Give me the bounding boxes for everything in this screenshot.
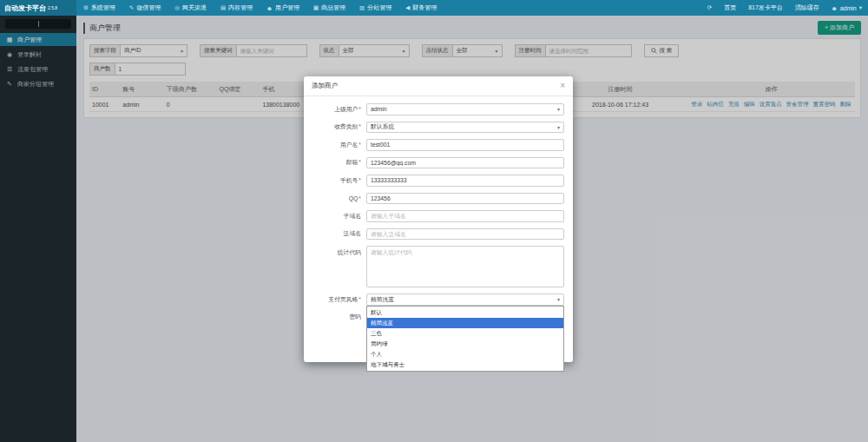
nav-platform-label: 817发卡平台 <box>748 3 783 12</box>
field-label: 泛域名 <box>312 229 366 238</box>
users-icon: ☻ <box>266 5 273 11</box>
wechat-icon: ✎ <box>129 4 134 11</box>
nav-home-label: 首页 <box>724 3 736 12</box>
parent-user-value: admin <box>371 106 387 112</box>
email-input[interactable] <box>366 157 564 169</box>
stat-code-textarea[interactable] <box>366 246 564 287</box>
dropdown-option-default[interactable]: 默认 <box>367 307 563 318</box>
nav-item-finance[interactable]: ◀ 财务管理 <box>398 0 444 16</box>
field-subdomain: 子域名 <box>312 210 564 222</box>
nav-item-goods[interactable]: ▦ 商品管理 <box>306 0 352 16</box>
field-fee-category: 收费类别* 默认系统 <box>312 122 564 134</box>
nav-item-users[interactable]: ☻ 用户管理 <box>260 0 306 16</box>
field-phone: 手机号* <box>312 175 564 187</box>
modal-header: 添加商户 × <box>304 76 573 96</box>
fee-category-select[interactable]: 默认系统 <box>366 122 564 134</box>
field-label: QQ* <box>312 195 366 201</box>
user-menu[interactable]: ☻ admin ▾ <box>825 0 868 16</box>
navbar-right: ⟳ 首页 817发卡平台 清除缓存 ☻ admin ▾ <box>701 0 868 16</box>
add-merchant-modal: 添加商户 × 上级用户* admin 收费类别* 默认系统 用户名* 邮箱* 手… <box>304 76 573 362</box>
top-navbar: 自动发卡平台 2.5.8 ⚙ 系统管理 ✎ 微信管理 ◎ 网关渠道 ▤ 内容管理… <box>0 0 868 16</box>
modal-body: 上级用户* admin 收费类别* 默认系统 用户名* 邮箱* 手机号* QQ* <box>304 96 573 331</box>
field-qq: QQ* <box>312 193 564 205</box>
brand-logo[interactable]: 自动发卡平台 2.5.8 <box>0 0 76 16</box>
pay-style-dropdown: 默认 精简浅蓝 三色 简约绿 个人 地下城与勇士 <box>366 306 564 372</box>
modal-title: 添加商户 <box>312 82 338 90</box>
file-icon: ▤ <box>220 4 226 11</box>
username-input[interactable] <box>366 139 564 151</box>
refresh-icon: ⟳ <box>707 4 712 11</box>
nav-menu: ⚙ 系统管理 ✎ 微信管理 ◎ 网关渠道 ▤ 内容管理 ☻ 用户管理 ▦ 商品管… <box>76 0 444 16</box>
nav-item-system[interactable]: ⚙ 系统管理 <box>76 0 122 16</box>
field-label: 支付页风格* <box>312 295 366 304</box>
nav-item-label: 分站管理 <box>367 3 391 12</box>
gear-icon: ⚙ <box>83 4 89 11</box>
chart-icon: ▥ <box>359 4 365 11</box>
field-stat-code: 统计代码 <box>312 246 564 287</box>
nav-item-wechat[interactable]: ✎ 微信管理 <box>122 0 168 16</box>
field-label: 密码 <box>312 313 366 321</box>
field-label: 子域名 <box>312 212 366 221</box>
field-parent-user: 上级用户* admin <box>312 103 564 115</box>
nav-item-label: 财务管理 <box>412 3 437 12</box>
nav-clear-cache[interactable]: 清除缓存 <box>789 0 825 16</box>
close-icon[interactable]: × <box>560 82 565 90</box>
nav-home-link[interactable]: 首页 <box>718 0 742 16</box>
dropdown-option-dnf[interactable]: 地下城与勇士 <box>367 360 563 370</box>
nav-item-label: 内容管理 <box>228 3 253 12</box>
field-pay-style: 支付页风格* 精简浅蓝 默认 精简浅蓝 三色 简约绿 个人 地下城与勇士 <box>312 294 564 306</box>
nav-clear-cache-label: 清除缓存 <box>795 3 819 12</box>
wildcard-domain-input[interactable] <box>366 228 564 241</box>
refresh-button[interactable]: ⟳ <box>701 0 718 16</box>
field-wildcard-domain: 泛域名 <box>312 228 564 241</box>
nav-item-substation[interactable]: ▥ 分站管理 <box>352 0 398 16</box>
dropdown-option-lightblue[interactable]: 精简浅蓝 <box>367 318 563 328</box>
brand-version: 2.5.8 <box>48 5 57 10</box>
nav-platform-link[interactable]: 817发卡平台 <box>742 0 789 16</box>
fee-category-value: 默认系统 <box>371 122 394 131</box>
field-label: 收费类别* <box>312 122 366 131</box>
parent-user-select[interactable]: admin <box>366 103 564 115</box>
dropdown-option-personal[interactable]: 个人 <box>367 349 563 360</box>
username-label: admin <box>840 5 857 11</box>
finance-icon: ◀ <box>405 4 410 11</box>
cart-icon: ▦ <box>313 4 319 11</box>
nav-item-gateway[interactable]: ◎ 网关渠道 <box>168 0 214 16</box>
nav-item-label: 微信管理 <box>136 3 161 12</box>
field-label: 邮箱* <box>312 158 366 167</box>
brand-title: 自动发卡平台 <box>4 3 46 13</box>
nav-item-label: 系统管理 <box>91 3 115 12</box>
field-username: 用户名* <box>312 139 564 151</box>
phone-input[interactable] <box>366 175 564 187</box>
field-label: 手机号* <box>312 176 366 185</box>
pay-style-wrap: 精简浅蓝 默认 精简浅蓝 三色 简约绿 个人 地下城与勇士 <box>366 294 564 306</box>
field-label: 用户名* <box>312 141 366 149</box>
nav-item-label: 网关渠道 <box>182 3 207 12</box>
qq-input[interactable] <box>366 193 564 205</box>
nav-item-content[interactable]: ▤ 内容管理 <box>214 0 260 16</box>
user-icon: ☻ <box>832 5 838 11</box>
field-email: 邮箱* <box>312 157 564 169</box>
field-label: 统计代码 <box>312 246 366 257</box>
nav-item-label: 用户管理 <box>275 3 299 12</box>
subdomain-input[interactable] <box>366 210 564 222</box>
globe-icon: ◎ <box>174 4 180 11</box>
dropdown-option-tricolor[interactable]: 三色 <box>367 328 563 339</box>
dropdown-option-green[interactable]: 简约绿 <box>367 339 563 349</box>
pay-style-value: 精简浅蓝 <box>371 295 394 304</box>
chevron-down-icon: ▾ <box>859 4 862 11</box>
field-label: 上级用户* <box>312 105 366 114</box>
pay-style-select[interactable]: 精简浅蓝 <box>366 294 564 306</box>
nav-item-label: 商品管理 <box>321 3 345 12</box>
